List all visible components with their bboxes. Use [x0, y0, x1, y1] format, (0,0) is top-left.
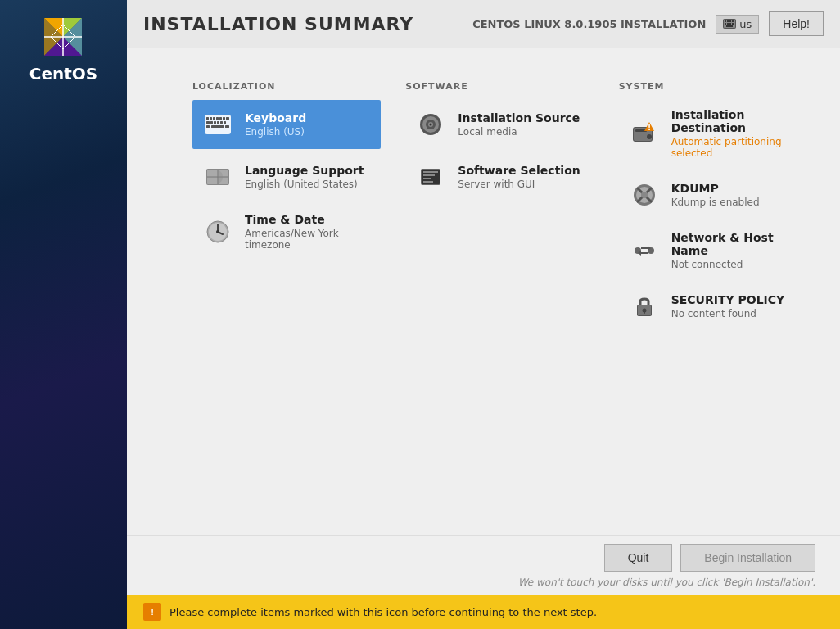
svg-rect-18: [729, 23, 731, 25]
time-date-text: Time & Date Americas/New York timezone: [245, 213, 371, 251]
svg-point-51: [430, 124, 432, 126]
sidebar: CentOS: [0, 0, 127, 629]
software-selection-icon: [415, 161, 446, 192]
warning-text: Please complete items marked with this i…: [169, 606, 597, 618]
installation-source-item[interactable]: Installation Source Local media: [405, 100, 594, 149]
svg-rect-16: [725, 23, 726, 25]
centos-logo-text: CentOS: [29, 64, 97, 84]
language-support-text: Language Support English (United States): [245, 164, 371, 190]
keyboard-item-icon: [202, 109, 233, 140]
time-date-icon: [202, 216, 233, 247]
begin-installation-button[interactable]: Begin Installation: [680, 544, 815, 572]
software-section: SOFTWARE Installation Source: [405, 73, 594, 334]
help-button[interactable]: Help!: [769, 11, 824, 36]
svg-rect-25: [216, 117, 219, 120]
software-selection-text: Software Selection Server with GUI: [458, 164, 584, 190]
svg-rect-37: [225, 125, 229, 128]
keyboard-item[interactable]: Keyboard English (US): [192, 100, 381, 149]
installation-destination-item[interactable]: ! Installation Destination Automatic par…: [619, 100, 807, 167]
installation-source-icon: [415, 109, 446, 140]
svg-rect-28: [226, 117, 229, 120]
network-hostname-item[interactable]: Network & Host Name Not connected: [619, 223, 807, 278]
svg-rect-24: [213, 117, 215, 120]
security-policy-text: SECURITY POLICY No content found: [671, 293, 797, 319]
warning-icon: !: [147, 606, 158, 618]
svg-rect-32: [217, 121, 219, 124]
svg-rect-27: [223, 117, 225, 120]
kdump-item[interactable]: KDUMP Kdump is enabled: [619, 170, 807, 219]
keyboard-item-title: Keyboard: [245, 111, 371, 124]
svg-text:!: !: [648, 124, 651, 132]
network-hostname-title: Network & Host Name: [671, 231, 797, 257]
kdump-text: KDUMP Kdump is enabled: [671, 182, 797, 208]
system-label: SYSTEM: [619, 81, 807, 92]
network-hostname-subtitle: Not connected: [671, 259, 797, 270]
time-date-item[interactable]: Time & Date Americas/New York timezone: [192, 205, 381, 259]
svg-rect-31: [214, 121, 216, 124]
sections-grid: LOCALIZATION: [192, 73, 807, 334]
language-support-subtitle: English (United States): [245, 179, 371, 190]
footer-note: We won't touch your disks until you clic…: [518, 577, 815, 588]
svg-rect-12: [725, 20, 726, 22]
keyboard-icon: [723, 19, 736, 29]
software-selection-title: Software Selection: [458, 164, 584, 177]
language-support-icon: [202, 161, 233, 192]
svg-rect-13: [727, 20, 729, 22]
header-right: CENTOS LINUX 8.0.1905 INSTALLATION us: [472, 11, 824, 36]
footer-buttons: Quit Begin Installation: [604, 544, 815, 572]
security-policy-item[interactable]: SECURITY POLICY No content found: [619, 282, 807, 331]
software-label: SOFTWARE: [405, 81, 594, 92]
svg-rect-36: [206, 125, 210, 128]
software-selection-subtitle: Server with GUI: [458, 179, 584, 190]
software-selection-item[interactable]: Software Selection Server with GUI: [405, 152, 594, 201]
network-hostname-text: Network & Host Name Not connected: [671, 231, 797, 270]
svg-rect-17: [727, 23, 729, 25]
svg-rect-20: [726, 25, 733, 27]
svg-rect-26: [219, 117, 222, 120]
svg-rect-29: [206, 121, 210, 124]
installation-destination-title: Installation Destination: [671, 108, 797, 134]
kdump-icon: [629, 179, 660, 210]
warning-icon-container: !: [143, 603, 161, 621]
keyboard-indicator[interactable]: us: [716, 15, 759, 34]
language-support-title: Language Support: [245, 164, 371, 177]
svg-rect-35: [211, 125, 224, 128]
installation-destination-text: Installation Destination Automatic parti…: [671, 108, 797, 159]
svg-point-46: [216, 230, 219, 233]
keyboard-lang-label: us: [739, 18, 752, 30]
kdump-title: KDUMP: [671, 182, 797, 195]
svg-rect-57: [423, 181, 433, 183]
svg-point-61: [647, 134, 652, 139]
svg-rect-23: [210, 117, 212, 120]
content-area: LOCALIZATION: [127, 48, 840, 535]
centos-version-label: CENTOS LINUX 8.0.1905 INSTALLATION: [472, 18, 706, 30]
logo-container: CentOS: [29, 16, 97, 84]
kdump-subtitle: Kdump is enabled: [671, 197, 797, 208]
time-date-title: Time & Date: [245, 213, 371, 226]
localization-label: LOCALIZATION: [192, 81, 381, 92]
svg-rect-30: [210, 121, 213, 124]
centos-logo-icon: [43, 16, 84, 57]
security-policy-icon: [629, 291, 660, 322]
localization-section: LOCALIZATION: [192, 73, 381, 334]
svg-rect-22: [206, 117, 209, 120]
svg-rect-14: [729, 20, 731, 22]
quit-button[interactable]: Quit: [604, 544, 673, 572]
installation-source-text: Installation Source Local media: [458, 111, 584, 138]
svg-rect-33: [220, 121, 223, 124]
svg-point-68: [641, 192, 648, 198]
security-policy-subtitle: No content found: [671, 308, 797, 319]
installation-destination-icon: !: [629, 118, 660, 149]
installation-source-subtitle: Local media: [458, 126, 584, 138]
svg-text:!: !: [151, 609, 154, 617]
svg-rect-15: [732, 20, 734, 22]
language-support-item[interactable]: Language Support English (United States): [192, 152, 381, 201]
installation-destination-subtitle: Automatic partitioning selected: [671, 136, 797, 159]
installation-source-title: Installation Source: [458, 111, 584, 124]
network-hostname-icon: [629, 235, 660, 266]
svg-rect-55: [423, 174, 435, 176]
page-title: INSTALLATION SUMMARY: [143, 14, 413, 34]
keyboard-item-text: Keyboard English (US): [245, 111, 371, 138]
time-date-subtitle: Americas/New York timezone: [245, 228, 371, 251]
svg-rect-19: [732, 23, 734, 25]
